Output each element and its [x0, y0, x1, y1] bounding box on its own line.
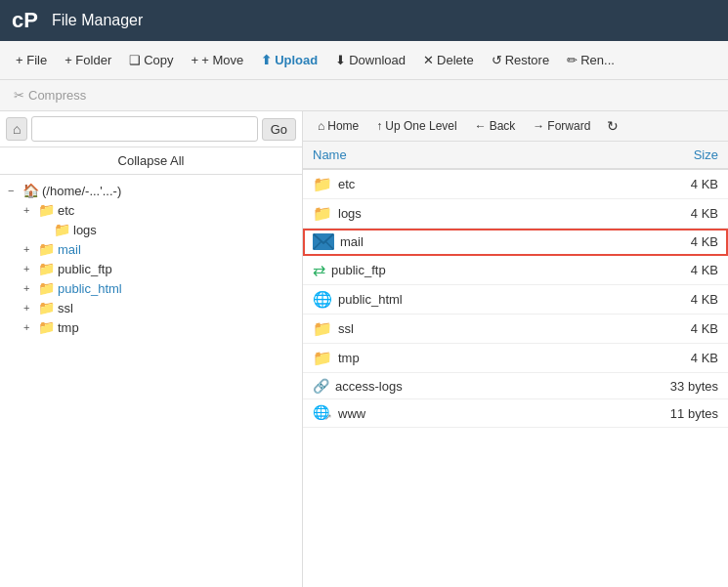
web-symlink-icon: 🌐 ↗ — [313, 404, 332, 422]
move-icon: + — [192, 53, 199, 67]
file-row-name: ⇄ public_ftp — [313, 261, 556, 279]
expand-icon-public-html: + — [23, 282, 35, 294]
tree-label-mail: mail — [58, 242, 81, 257]
folder-icon-logs: 📁 — [54, 222, 70, 237]
tree-label-ssl: ssl — [58, 301, 73, 315]
copy-icon: ❑ — [129, 53, 141, 67]
app-logo: cP — [12, 8, 38, 33]
folder-icon-ssl: 📁 — [38, 300, 55, 315]
up-one-level-button[interactable]: ↑ Up One Level — [369, 116, 463, 136]
table-row[interactable]: 📁 etc 4 KB — [303, 169, 728, 199]
refresh-button[interactable]: ↻ — [601, 115, 624, 137]
table-cell-name: mail — [303, 229, 566, 256]
folder-icon: 📁 — [313, 204, 332, 223]
table-row[interactable]: 🌐 ↗ www 11 bytes — [303, 399, 728, 428]
file-name: logs — [338, 206, 362, 221]
tree-item-root[interactable]: − 🏠 (/home/-...'...-) — [4, 181, 298, 200]
file-row-name: mail — [313, 233, 556, 250]
folder-button[interactable]: + Folder — [57, 49, 119, 71]
path-input[interactable] — [31, 116, 257, 142]
go-button[interactable]: Go — [262, 118, 296, 141]
expand-icon-root: − — [8, 185, 20, 196]
file-name: mail — [340, 234, 364, 249]
file-table: Name Size 📁 etc 4 KB 📁 logs 4 KB — [303, 142, 728, 587]
tree-item-public-html[interactable]: + 📁 public_html — [20, 278, 298, 298]
table-cell-name: 📁 logs — [303, 199, 566, 229]
tree-label-public-ftp: public_ftp — [58, 262, 112, 276]
symlink-icon: 🔗 — [313, 378, 329, 394]
table-cell-name: ⇄ public_ftp — [303, 256, 566, 285]
file-row-name: 🌐 ↗ www — [313, 404, 556, 422]
tree-item-mail[interactable]: + 📁 mail — [20, 239, 298, 259]
tree-label-public-html: public_html — [58, 281, 122, 296]
tree-item-etc[interactable]: + 📁 etc — [20, 200, 298, 220]
nav-bar: ⌂ Home ↑ Up One Level ← Back → Forward ↻ — [303, 111, 728, 142]
expand-icon-public-ftp: + — [23, 263, 35, 274]
table-row[interactable]: ⇄ public_ftp 4 KB — [303, 256, 728, 285]
table-cell-name: 🌐 public_html — [303, 285, 566, 314]
table-row[interactable]: 📁 logs 4 KB — [303, 199, 728, 229]
table-row[interactable]: mail 4 KB — [303, 229, 728, 256]
tree-item-ssl[interactable]: + 📁 ssl — [20, 298, 298, 317]
back-button[interactable]: ← Back — [468, 116, 523, 136]
tree-item-tmp[interactable]: + 📁 tmp — [20, 317, 298, 337]
home-icon-button[interactable]: ⌂ — [6, 117, 27, 141]
file-button[interactable]: + File — [8, 49, 55, 71]
right-panel: ⌂ Home ↑ Up One Level ← Back → Forward ↻ — [303, 111, 728, 587]
table-cell-size: 11 bytes — [566, 399, 728, 428]
file-row-name: 📁 ssl — [313, 319, 556, 338]
left-panel: ⌂ Go Collapse All − 🏠 (/home/-...'...-) … — [0, 111, 303, 587]
move-button[interactable]: + + Move — [184, 49, 252, 71]
file-name: etc — [338, 177, 355, 191]
path-bar: ⌂ Go — [0, 111, 302, 147]
delete-button[interactable]: ✕ Delete — [415, 49, 482, 71]
table-row[interactable]: 🔗 access-logs 33 bytes — [303, 373, 728, 399]
col-name-header[interactable]: Name — [303, 142, 566, 169]
table-cell-size: 4 KB — [566, 169, 728, 199]
restore-button[interactable]: ↺ Restore — [484, 49, 558, 71]
col-size-header[interactable]: Size — [566, 142, 728, 169]
expand-icon-tmp: + — [23, 321, 35, 333]
rename-button[interactable]: ✏ Ren... — [559, 49, 622, 71]
folder-icon: 📁 — [313, 349, 332, 367]
table-cell-size: 4 KB — [566, 229, 728, 256]
collapse-all-button[interactable]: Collapse All — [0, 147, 302, 175]
table-header-row: Name Size — [303, 142, 728, 169]
table-row[interactable]: 📁 tmp 4 KB — [303, 344, 728, 373]
table-row[interactable]: 📁 ssl 4 KB — [303, 314, 728, 344]
restore-icon: ↺ — [492, 53, 502, 67]
rename-icon: ✏ — [567, 53, 578, 67]
folder-icon-mail: 📁 — [38, 241, 55, 257]
file-name: public_html — [338, 292, 403, 307]
tree-item-public-ftp[interactable]: + 📁 public_ftp — [20, 259, 298, 278]
file-row-name: 📁 tmp — [313, 349, 556, 367]
table-row[interactable]: 🌐 public_html 4 KB — [303, 285, 728, 314]
file-row-name: 📁 etc — [313, 175, 556, 193]
forward-button[interactable]: → Forward — [526, 116, 597, 136]
upload-icon: ⬆ — [261, 53, 272, 67]
upload-button[interactable]: ⬆ Upload — [253, 49, 325, 71]
forward-icon: → — [533, 119, 544, 133]
file-row-name: 🔗 access-logs — [313, 378, 556, 394]
file-name: tmp — [338, 351, 360, 365]
tree-item-logs[interactable]: 📁 logs — [35, 220, 298, 239]
home-nav-icon: ⌂ — [318, 119, 324, 133]
folder-icon-public-html: 📁 — [38, 280, 55, 296]
download-button[interactable]: ⬇ Download — [327, 49, 413, 71]
download-icon: ⬇ — [335, 53, 346, 67]
tree-label-logs: logs — [73, 223, 97, 237]
tree-label-root: (/home/-...'...-) — [42, 184, 121, 198]
copy-button[interactable]: ❑ Copy — [121, 49, 181, 71]
delete-icon: ✕ — [423, 53, 434, 67]
web-icon: 🌐 — [313, 290, 332, 309]
table-cell-name: 📁 tmp — [303, 344, 566, 373]
tree: − 🏠 (/home/-...'...-) + 📁 etc 📁 logs — [0, 175, 302, 587]
file-row-name: 🌐 public_html — [313, 290, 556, 309]
table-cell-name: 📁 ssl — [303, 314, 566, 344]
folder-icon: 📁 — [313, 319, 332, 338]
mail-icon — [313, 233, 334, 250]
table-cell-name: 🌐 ↗ www — [303, 399, 566, 428]
file-name: www — [338, 406, 365, 421]
compress-button[interactable]: ✂ Compress — [8, 86, 92, 105]
home-nav-button[interactable]: ⌂ Home — [311, 116, 365, 136]
